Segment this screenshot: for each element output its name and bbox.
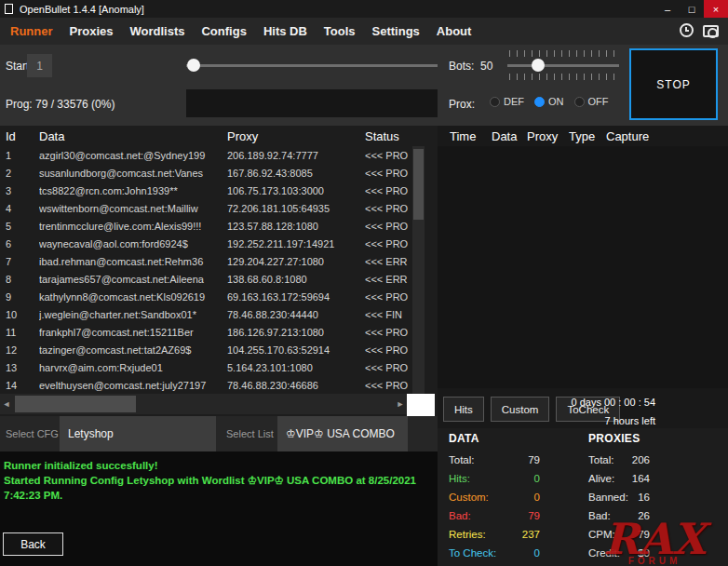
cell-data: trentinmcclure@live.com:Alexis99!!! xyxy=(39,221,227,232)
config-bar: Select CFG Letyshop Select List ♔VIP♔ US… xyxy=(0,416,438,451)
stat-value: 79 xyxy=(528,451,540,469)
menu-item-configs[interactable]: Configs xyxy=(193,24,254,38)
time-remaining: 7 hours left xyxy=(605,415,655,426)
progress-bar xyxy=(186,89,438,117)
screenshot-camera-icon[interactable] xyxy=(703,25,719,37)
start-input[interactable] xyxy=(27,54,52,77)
menu-item-settings[interactable]: Settings xyxy=(364,24,428,38)
stat-value: 164 xyxy=(632,469,650,488)
tab-hits[interactable]: Hits xyxy=(443,397,484,422)
debugger-clock-icon[interactable] xyxy=(680,23,694,37)
bots-slider[interactable] xyxy=(507,59,619,72)
cell-data: waynecaval@aol.com:ford6924$ xyxy=(39,238,227,249)
stat-label: Credit: xyxy=(588,544,620,562)
close-button[interactable]: × xyxy=(704,0,728,18)
table-row[interactable]: 10j.weglein@charter.net:Sandbox01*78.46.… xyxy=(0,305,411,323)
menu-item-hitsdb[interactable]: Hits DB xyxy=(255,24,316,38)
cell-status: <<< PRO xyxy=(365,203,411,214)
results-table: IdDataProxyStatus 1azgirl30@comcast.net:… xyxy=(0,126,438,416)
stat-value: 16 xyxy=(638,488,650,506)
table-row[interactable]: 3tcs8822@rcn.com:John1939**106.75.173.10… xyxy=(0,182,411,199)
cell-status: <<< PRO xyxy=(365,362,411,373)
cell-status: <<< PRO xyxy=(365,150,411,161)
results-col-proxy: Proxy xyxy=(227,129,365,143)
back-button[interactable]: Back xyxy=(3,532,63,556)
cell-status: <<< PRO xyxy=(365,380,411,391)
slider-thumb[interactable] xyxy=(187,59,200,72)
tab-custom[interactable]: Custom xyxy=(491,397,550,422)
table-row[interactable]: 2susanlundborg@comcast.net:Vanes167.86.9… xyxy=(0,164,411,182)
stat-value: 237 xyxy=(522,525,540,544)
cell-data: kathylynn8@comcast.net:Kls092619 xyxy=(39,291,227,303)
table-row[interactable]: 1azgirl30@comcast.net:@Sydney199206.189.… xyxy=(0,146,411,164)
hits-col-data: Data xyxy=(492,129,527,143)
cell-proxy: 106.75.173.103:3000 xyxy=(227,185,365,196)
table-row[interactable]: 12tazinger@comcast.net:tat2AZ69$104.255.… xyxy=(0,341,411,358)
selected-wordlist-name: ♔VIP♔ USA COMBO xyxy=(277,416,408,451)
menu-item-tools[interactable]: Tools xyxy=(316,24,364,38)
cell-status: <<< PRO xyxy=(365,291,411,303)
cell-id: 10 xyxy=(0,309,39,320)
horizontal-scrollbar[interactable]: ◄ ► xyxy=(0,394,407,414)
table-row[interactable]: 8tarajames657@comcast.net:Aileena138.68.… xyxy=(0,270,411,288)
stat-label: Retries: xyxy=(449,525,486,544)
prox-radio-off[interactable]: OFF xyxy=(574,96,609,107)
slider-thumb[interactable] xyxy=(532,59,545,72)
table-row[interactable]: 13harvrx@aim.com:Rxjude015.164.23.101:10… xyxy=(0,358,411,376)
cell-id: 4 xyxy=(0,203,39,214)
menu-item-proxies[interactable]: Proxies xyxy=(61,24,122,38)
stat-credit: Credit:$0 xyxy=(588,544,650,562)
vertical-scrollbar[interactable] xyxy=(412,146,425,394)
scroll-left-icon[interactable]: ◄ xyxy=(0,399,13,409)
table-row[interactable]: 7ibad.rehman@comcast.net:Rehm36129.204.2… xyxy=(0,252,411,270)
cell-id: 1 xyxy=(0,150,39,161)
cell-id: 6 xyxy=(0,238,39,249)
cell-data: azgirl30@comcast.net:@Sydney199 xyxy=(39,150,227,161)
select-wordlist-button[interactable]: Select List xyxy=(223,416,277,451)
cell-id: 7 xyxy=(0,256,39,267)
stat-label: Custom: xyxy=(449,488,489,506)
cell-proxy: 206.189.92.74:7777 xyxy=(227,150,365,161)
radio-dot-icon xyxy=(534,97,545,107)
divider xyxy=(216,416,223,451)
stat-value: 0 xyxy=(534,544,540,562)
cell-data: harvrx@aim.com:Rxjude01 xyxy=(39,362,227,373)
title-bar: OpenBullet 1.4.4 [Anomaly] – □ × xyxy=(0,0,728,18)
menu-item-about[interactable]: About xyxy=(428,24,480,38)
cell-id: 14 xyxy=(0,380,39,391)
stat-total: Total:206 xyxy=(588,451,650,469)
scroll-right-icon[interactable]: ► xyxy=(394,399,407,409)
prox-radio-on[interactable]: ON xyxy=(534,96,564,107)
stats-panel: DATA Total:79Hits:0Custom:0Bad:79Retries… xyxy=(438,428,728,566)
scrollbar-thumb[interactable] xyxy=(413,149,424,220)
cell-proxy: 192.252.211.197:14921 xyxy=(227,238,365,249)
prox-radio-def[interactable]: DEF xyxy=(490,96,524,107)
table-row[interactable]: 4wswittenborn@comcast.net:Mailliw72.206.… xyxy=(0,199,411,217)
table-row[interactable]: 9kathylynn8@comcast.net:Kls09261969.163.… xyxy=(0,288,411,305)
results-col-id: Id xyxy=(0,129,39,143)
table-row[interactable]: 14evelthuysen@comcast.net:july2719778.46… xyxy=(0,376,411,394)
slider-ticks xyxy=(509,74,617,80)
menu-item-wordlists[interactable]: Wordlists xyxy=(121,24,193,38)
stat-value: 0 xyxy=(534,469,540,488)
table-row[interactable]: 5trentinmcclure@live.com:Alexis99!!!123.… xyxy=(0,217,411,235)
start-slider[interactable] xyxy=(186,59,438,72)
table-row[interactable]: 11frankphl7@comcast.net:15211Ber186.126.… xyxy=(0,323,411,341)
hits-header: TimeDataProxyTypeCapture xyxy=(438,126,728,146)
minimize-button[interactable]: – xyxy=(655,0,680,18)
menu-item-runner[interactable]: Runner xyxy=(2,24,61,38)
proxies-stats-items: Total:206Alive:164Banned:16Bad:26CPM:79C… xyxy=(588,451,650,562)
stat-retries: Retries:237 xyxy=(449,525,540,544)
cell-data: j.weglein@charter.net:Sandbox01* xyxy=(39,309,227,320)
scrollbar-thumb[interactable] xyxy=(15,396,136,412)
cell-proxy: 129.204.227.27:1080 xyxy=(227,256,365,267)
cell-data: ibad.rehman@comcast.net:Rehm36 xyxy=(39,256,227,267)
select-config-button[interactable]: Select CFG xyxy=(0,416,60,451)
stop-button[interactable]: STOP xyxy=(629,48,718,120)
maximize-button[interactable]: □ xyxy=(680,0,704,18)
log-line: Started Running Config Letyshop with Wor… xyxy=(4,473,423,503)
stat-label: Alive: xyxy=(588,469,614,488)
table-row[interactable]: 6waynecaval@aol.com:ford6924$192.252.211… xyxy=(0,235,411,252)
scrollbar-track[interactable] xyxy=(13,394,394,414)
window-title: OpenBullet 1.4.4 [Anomaly] xyxy=(20,4,144,15)
